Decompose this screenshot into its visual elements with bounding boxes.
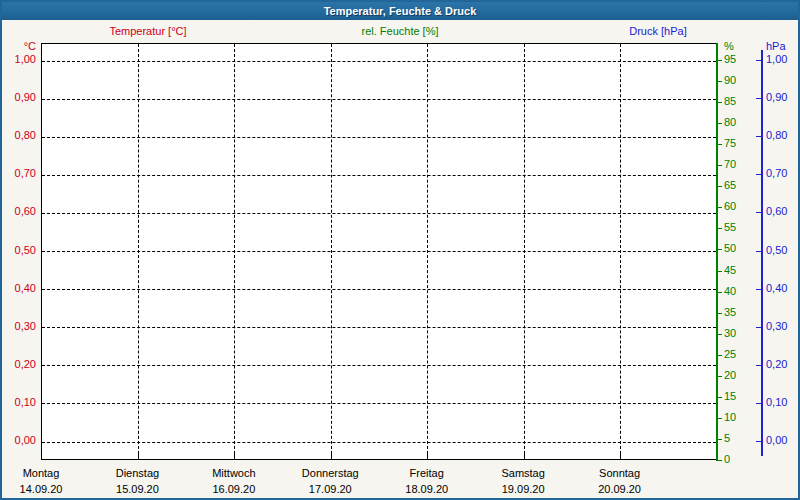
weekday-label: Samstag	[501, 467, 544, 480]
humidity-tick-label: 30	[724, 327, 736, 340]
grid-line-horizontal	[42, 251, 716, 252]
grid-line-horizontal	[42, 137, 716, 138]
grid-line-vertical	[138, 44, 139, 459]
humidity-tick-label: 80	[724, 116, 736, 129]
grid-line-horizontal	[42, 327, 716, 328]
plot-area[interactable]	[41, 43, 716, 460]
humidity-axis-tick	[716, 123, 722, 124]
humidity-tick-label: 55	[724, 221, 736, 234]
pressure-axis-tick	[756, 174, 762, 175]
humidity-tick-label: 40	[724, 285, 736, 298]
weekday-label: Donnerstag	[302, 467, 359, 480]
grid-line-horizontal	[42, 289, 716, 290]
humidity-axis-tick	[716, 81, 722, 82]
temperature-tick-label: 0,60	[15, 205, 36, 218]
temperature-tick-label: 0,00	[15, 434, 36, 447]
legend-temperature: Temperatur [°C]	[109, 25, 186, 37]
chart-panel: Temperatur [°C] rel. Feuchte [%] Druck […	[2, 2, 798, 498]
humidity-tick-label: 5	[724, 432, 730, 445]
temperature-tick-label: 0,90	[15, 91, 36, 104]
temperature-tick-label: 0,50	[15, 244, 36, 257]
date-label: 19.09.20	[502, 483, 545, 496]
pressure-axis-tick	[756, 403, 762, 404]
humidity-axis-tick	[716, 460, 722, 461]
grid-line-vertical	[620, 44, 621, 459]
humidity-tick-label: 70	[724, 158, 736, 171]
humidity-axis-tick	[716, 334, 722, 335]
date-label: 14.09.20	[20, 483, 63, 496]
pressure-axis-tick	[756, 289, 762, 290]
pressure-axis-tick	[756, 60, 762, 61]
pressure-tick-label: 0,30	[766, 320, 787, 333]
pressure-axis-tick	[756, 441, 762, 442]
temperature-tick-label: 0,20	[15, 358, 36, 371]
weekday-label: Montag	[23, 467, 60, 480]
humidity-axis-tick	[716, 207, 722, 208]
humidity-axis-tick	[716, 397, 722, 398]
grid-line-horizontal	[42, 99, 716, 100]
temperature-tick-label: 0,40	[15, 282, 36, 295]
humidity-axis-tick	[716, 313, 722, 314]
humidity-tick-label: 15	[724, 390, 736, 403]
pressure-tick-label: 1,00	[766, 53, 787, 66]
pressure-axis-unit: hPa	[766, 40, 786, 53]
pressure-tick-label: 0,80	[766, 129, 787, 142]
pressure-tick-label: 0,60	[766, 205, 787, 218]
temperature-tick-label: 0,10	[15, 396, 36, 409]
date-label: 15.09.20	[116, 483, 159, 496]
grid-line-vertical	[524, 44, 525, 459]
temperature-tick-label: 0,30	[15, 320, 36, 333]
pressure-tick-label: 0,20	[766, 358, 787, 371]
humidity-axis-tick	[716, 144, 722, 145]
humidity-tick-label: 50	[724, 242, 736, 255]
humidity-tick-label: 45	[724, 264, 736, 277]
grid-line-horizontal	[42, 175, 716, 176]
pressure-axis-tick	[756, 98, 762, 99]
humidity-axis-tick	[716, 418, 722, 419]
humidity-axis-tick	[716, 102, 722, 103]
pressure-axis-tick	[756, 365, 762, 366]
humidity-tick-label: 90	[724, 74, 736, 87]
pressure-tick-label: 0,00	[766, 434, 787, 447]
grid-line-vertical	[427, 44, 428, 459]
humidity-axis-tick	[716, 228, 722, 229]
grid-line-vertical	[234, 44, 235, 459]
day-axis-tick	[331, 453, 332, 459]
pressure-tick-label: 0,10	[766, 396, 787, 409]
temperature-tick-label: 0,70	[15, 167, 36, 180]
pressure-tick-label: 0,50	[766, 244, 787, 257]
day-axis-tick	[138, 453, 139, 459]
humidity-axis-tick	[716, 165, 722, 166]
pressure-axis-tick	[756, 327, 762, 328]
humidity-axis-tick	[716, 186, 722, 187]
day-axis-tick	[427, 453, 428, 459]
humidity-axis-unit: %	[724, 40, 734, 53]
humidity-tick-label: 85	[724, 95, 736, 108]
pressure-tick-label: 0,40	[766, 282, 787, 295]
date-label: 16.09.20	[212, 483, 255, 496]
temperature-tick-label: 0,80	[15, 129, 36, 142]
humidity-axis-tick	[716, 271, 722, 272]
weekday-label: Mittwoch	[212, 467, 255, 480]
day-axis-tick	[234, 453, 235, 459]
humidity-tick-label: 60	[724, 200, 736, 213]
humidity-tick-label: 0	[724, 453, 730, 466]
weekday-label: Dienstag	[116, 467, 159, 480]
weekday-label: Sonntag	[599, 467, 640, 480]
pressure-axis-tick	[756, 251, 762, 252]
pressure-tick-label: 0,90	[766, 91, 787, 104]
humidity-tick-label: 95	[724, 53, 736, 66]
day-axis-tick	[524, 453, 525, 459]
humidity-tick-label: 25	[724, 348, 736, 361]
pressure-axis-tick	[756, 136, 762, 137]
day-axis-tick	[620, 453, 621, 459]
date-label: 17.09.20	[309, 483, 352, 496]
grid-line-horizontal	[42, 61, 716, 62]
temperature-axis-unit: °C	[24, 40, 36, 53]
pressure-axis-tick	[756, 212, 762, 213]
temperature-tick-label: 1,00	[15, 53, 36, 66]
weekday-label: Freitag	[410, 467, 444, 480]
humidity-axis-tick	[716, 376, 722, 377]
legend-humidity: rel. Feuchte [%]	[361, 25, 438, 37]
humidity-axis-tick	[716, 355, 722, 356]
